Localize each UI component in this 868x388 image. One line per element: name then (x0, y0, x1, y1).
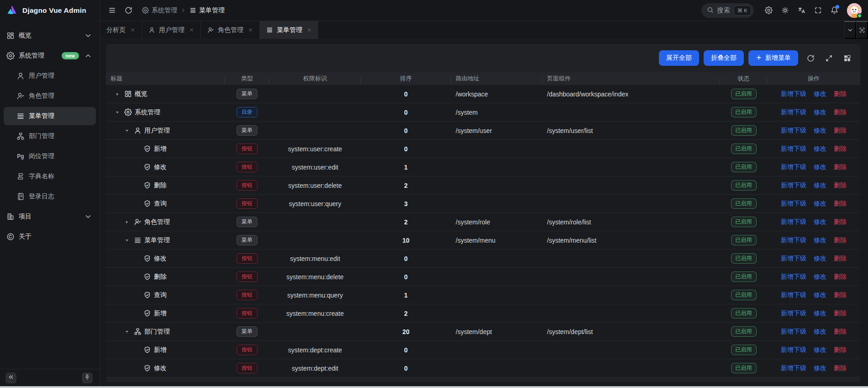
refresh-page-button[interactable] (122, 4, 135, 17)
tab-user[interactable]: 用户管理 (142, 21, 201, 39)
content-maximize-button[interactable] (856, 21, 868, 39)
order-value: 2 (361, 182, 451, 189)
sidebar-item-overview[interactable]: 概览 (4, 27, 96, 45)
add-menu-button[interactable]: 新增菜单 (748, 50, 798, 66)
global-search[interactable]: 搜索 ⌘ K (701, 3, 754, 18)
notifications-button[interactable] (828, 4, 841, 17)
table-columns-button[interactable] (841, 52, 853, 64)
action-delete[interactable]: 删除 (834, 200, 847, 207)
sidebar-item-system[interactable]: 系统管理 new (4, 47, 96, 65)
language-button[interactable] (795, 4, 808, 17)
tab-close-icon[interactable] (248, 27, 253, 32)
tab-menu[interactable]: 菜单管理 (260, 21, 318, 39)
sidebar-item-user-mgmt[interactable]: 用户管理 (4, 67, 96, 85)
fullscreen-button[interactable] (811, 4, 824, 17)
action-edit[interactable]: 修改 (814, 346, 826, 353)
caret-right-icon[interactable] (123, 218, 131, 226)
tab-close-icon[interactable] (189, 27, 194, 32)
horizontal-scrollbar[interactable] (0, 386, 868, 388)
caret-down-icon[interactable] (123, 328, 131, 336)
action-add-child[interactable]: 新增下级 (781, 108, 806, 116)
collapse-all-button[interactable]: 折叠全部 (704, 50, 744, 66)
action-add-child[interactable]: 新增下级 (781, 364, 806, 372)
sidebar-item-dict-name[interactable]: 字典名称 (4, 167, 96, 186)
action-add-child[interactable]: 新增下级 (781, 127, 806, 134)
tab-close-icon[interactable] (130, 27, 135, 32)
action-edit[interactable]: 修改 (814, 145, 826, 152)
action-add-child[interactable]: 新增下级 (781, 200, 806, 207)
table-refresh-button[interactable] (805, 52, 816, 64)
action-add-child[interactable]: 新增下级 (781, 291, 806, 298)
sidebar-item-project[interactable]: 项目 (4, 207, 96, 226)
user-avatar[interactable] (847, 3, 862, 18)
sidebar-item-menu-mgmt[interactable]: 菜单管理 (4, 107, 96, 125)
action-delete[interactable]: 删除 (834, 236, 847, 244)
action-add-child[interactable]: 新增下级 (781, 163, 806, 170)
action-delete[interactable]: 删除 (834, 364, 847, 372)
action-delete[interactable]: 删除 (834, 346, 847, 353)
action-edit[interactable]: 修改 (814, 90, 826, 97)
table-row: 用户管理 菜单 0 /system/user /system/user/list… (106, 122, 860, 140)
action-add-child[interactable]: 新增下级 (781, 255, 806, 262)
action-delete[interactable]: 删除 (834, 291, 847, 298)
table-fullscreen-button[interactable] (823, 52, 835, 64)
settings-button[interactable] (762, 4, 775, 17)
action-delete[interactable]: 删除 (834, 181, 847, 189)
action-delete[interactable]: 删除 (834, 90, 847, 97)
action-add-child[interactable]: 新增下级 (781, 145, 806, 152)
action-edit[interactable]: 修改 (814, 255, 826, 262)
action-add-child[interactable]: 新增下级 (781, 273, 806, 280)
sidebar-item-post-mgmt[interactable]: Pg 岗位管理 (4, 147, 96, 165)
action-edit[interactable]: 修改 (814, 108, 826, 116)
action-add-child[interactable]: 新增下级 (781, 181, 806, 189)
row-actions: 新增下级 修改 删除 (767, 273, 860, 281)
tab-close-icon[interactable] (307, 27, 312, 32)
breadcrumb-item[interactable]: 菜单管理 (189, 6, 225, 15)
tab-role[interactable]: 角色管理 (201, 21, 260, 39)
breadcrumb-item[interactable]: 系统管理 (142, 6, 177, 15)
tabs-dropdown-button[interactable] (844, 21, 856, 39)
action-add-child[interactable]: 新增下级 (781, 328, 806, 335)
app-logo[interactable]: Djagno Vue Admin (0, 0, 100, 21)
action-delete[interactable]: 删除 (834, 309, 847, 317)
action-edit[interactable]: 修改 (814, 273, 826, 280)
action-delete[interactable]: 删除 (834, 218, 847, 225)
action-edit[interactable]: 修改 (814, 309, 826, 317)
action-delete[interactable]: 删除 (834, 255, 847, 262)
caret-right-icon[interactable] (113, 90, 121, 98)
action-add-child[interactable]: 新增下级 (781, 309, 806, 317)
action-delete[interactable]: 删除 (834, 163, 847, 170)
sidebar-item-about[interactable]: 关于 (4, 228, 96, 246)
action-edit[interactable]: 修改 (814, 200, 826, 207)
action-delete[interactable]: 删除 (834, 145, 847, 152)
sidebar-pin-button[interactable] (82, 372, 93, 383)
action-add-child[interactable]: 新增下级 (781, 90, 806, 97)
menu-toggle-button[interactable] (105, 4, 118, 17)
action-add-child[interactable]: 新增下级 (781, 346, 806, 353)
action-delete[interactable]: 删除 (834, 328, 847, 335)
action-edit[interactable]: 修改 (814, 291, 826, 298)
action-delete[interactable]: 删除 (834, 108, 847, 116)
sidebar-collapse-button[interactable] (5, 372, 16, 383)
action-edit[interactable]: 修改 (814, 163, 826, 170)
action-edit[interactable]: 修改 (814, 236, 826, 244)
theme-toggle-button[interactable] (779, 4, 791, 17)
action-delete[interactable]: 删除 (834, 127, 847, 134)
action-delete[interactable]: 删除 (834, 273, 847, 280)
caret-down-icon[interactable] (123, 236, 131, 244)
sidebar-item-login-log[interactable]: 登录日志 (4, 187, 96, 206)
action-edit[interactable]: 修改 (814, 328, 826, 335)
expand-all-button[interactable]: 展开全部 (659, 50, 699, 66)
sidebar-item-dept-mgmt[interactable]: 部门管理 (4, 127, 96, 145)
caret-down-icon[interactable] (123, 127, 131, 135)
action-add-child[interactable]: 新增下级 (781, 236, 806, 244)
tab-analysis[interactable]: 分析页 (100, 21, 142, 39)
action-edit[interactable]: 修改 (814, 127, 826, 134)
status-badge: 已启用 (731, 271, 757, 282)
sidebar-item-role-mgmt[interactable]: 角色管理 (4, 87, 96, 105)
action-edit[interactable]: 修改 (814, 364, 826, 372)
action-edit[interactable]: 修改 (814, 218, 826, 225)
caret-down-icon[interactable] (113, 108, 121, 117)
action-add-child[interactable]: 新增下级 (781, 218, 806, 225)
action-edit[interactable]: 修改 (814, 181, 826, 189)
